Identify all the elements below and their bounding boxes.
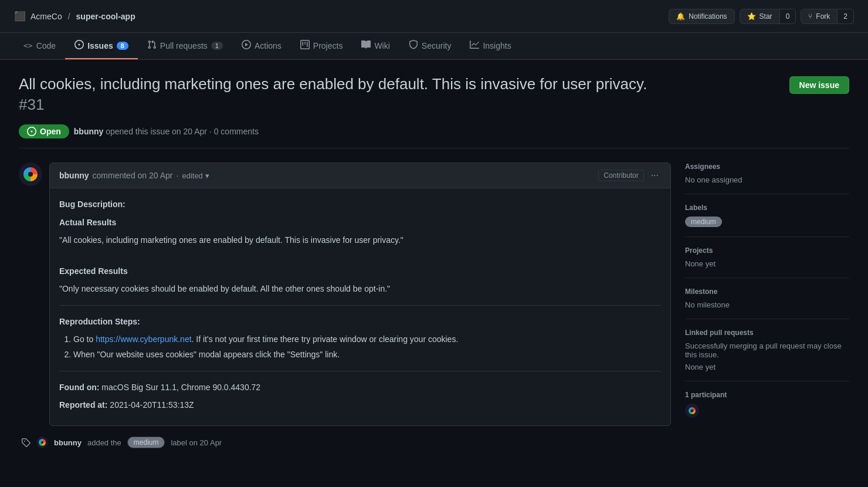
sidebar-linked-prs: Linked pull requests Successfully mergin…	[685, 319, 849, 381]
tab-insights-label: Insights	[483, 41, 511, 50]
header: ⬛ AcmeCo / super-cool-app 🔔 Notification…	[0, 0, 868, 33]
repo-org[interactable]: AcmeCo	[30, 12, 62, 21]
activity-avatar	[36, 437, 48, 448]
tab-projects-label: Projects	[313, 41, 343, 50]
bell-icon: 🔔	[676, 12, 685, 21]
security-icon	[409, 40, 418, 51]
star-group: ⭐ Star 0	[740, 9, 796, 24]
tab-projects[interactable]: Projects	[291, 33, 352, 59]
repo-separator: /	[68, 12, 70, 21]
fork-count[interactable]: 2	[838, 9, 854, 24]
svg-point-4	[41, 441, 43, 444]
sidebar-projects-value: None yet	[685, 259, 849, 268]
sidebar-linked-pr-desc: Successfully merging a pull request may …	[685, 341, 849, 359]
step1-link[interactable]: https://www.cyberpunk.net	[96, 334, 191, 344]
comment-divider-1	[59, 305, 661, 306]
tab-security[interactable]: Security	[399, 33, 461, 59]
comment-divider-2	[59, 371, 661, 371]
sidebar-milestone: Milestone No milestone	[685, 278, 849, 319]
step-2: When "Our website uses cookies" modal ap…	[73, 348, 661, 361]
fork-label: Fork	[816, 12, 830, 21]
chevron-down-icon: ▾	[205, 171, 209, 180]
repo-name[interactable]: super-cool-app	[76, 12, 135, 21]
tab-code-label: Code	[36, 41, 56, 50]
actual-results-text: "All cookies, including marketing ones a…	[59, 234, 661, 246]
found-on: Found on: macOS Big Sur 11.1, Chrome 90.…	[59, 381, 661, 394]
star-icon: ⭐	[747, 12, 756, 21]
sidebar-linked-pr-value: None yet	[685, 363, 849, 371]
sidebar-labels: Labels medium	[685, 194, 849, 237]
header-right: 🔔 Notifications ⭐ Star 0 ⑂ Fork 2	[669, 9, 854, 24]
tab-actions[interactable]: Actions	[232, 33, 291, 59]
tab-wiki[interactable]: Wiki	[352, 33, 399, 59]
issue-author[interactable]: bbunny	[74, 127, 104, 136]
step1-rest: . If it's not your first time there try …	[192, 334, 459, 344]
step-1: Go to https://www.cyberpunk.net. If it's…	[73, 333, 661, 346]
header-left: ⬛ AcmeCo / super-cool-app	[14, 11, 135, 22]
issue-meta-text: bbunny opened this issue on 20 Apr · 0 c…	[74, 127, 259, 136]
avatar	[19, 163, 42, 186]
bug-description-heading: Bug Description:	[59, 198, 661, 211]
issue-title-text: All cookies, including marketing ones ar…	[19, 75, 647, 93]
nav-tabs: <> Code Issues 8 Pull requests 1 Actions	[0, 33, 868, 60]
sidebar-assignees: Assignees No one assigned	[685, 163, 849, 194]
two-col-layout: bbunny commented on 20 Apr · edited ▾ Co…	[19, 163, 849, 454]
activity-label[interactable]: medium	[127, 437, 165, 448]
star-button[interactable]: ⭐ Star	[740, 9, 780, 24]
svg-point-2	[28, 172, 33, 177]
tab-pull-requests[interactable]: Pull requests 1	[138, 33, 232, 59]
issues-icon	[74, 40, 84, 51]
activity-user[interactable]: bbunny	[54, 438, 82, 447]
fork-button[interactable]: ⑂ Fork	[801, 9, 838, 24]
fork-icon: ⑂	[808, 12, 812, 21]
pr-icon	[147, 40, 157, 51]
svg-point-6	[691, 410, 694, 412]
status-badge: Open	[19, 124, 69, 138]
main-content: All cookies, including marketing ones ar…	[0, 60, 868, 468]
sidebar-label-pill[interactable]: medium	[685, 217, 722, 227]
comment-body: Bug Description: Actual Results "All coo…	[50, 188, 670, 425]
tab-code[interactable]: <> Code	[14, 34, 65, 59]
edited-label: edited	[182, 171, 202, 180]
comment-dot: ·	[177, 171, 179, 180]
issue-title: All cookies, including marketing ones ar…	[19, 74, 664, 115]
notifications-button[interactable]: 🔔 Notifications	[669, 9, 734, 24]
found-on-label: Found on:	[59, 383, 99, 392]
sidebar-assignees-value: No one assigned	[685, 175, 849, 184]
issue-number: #31	[19, 96, 44, 113]
sidebar-assignees-label: Assignees	[685, 163, 849, 171]
more-options-button[interactable]: ···	[649, 169, 661, 182]
activity-after: label on 20 Apr	[171, 438, 222, 447]
activity-action: added the	[87, 438, 121, 447]
edited-button[interactable]: edited ▾	[182, 171, 209, 180]
sidebar-column: Assignees No one assigned Labels medium …	[685, 163, 849, 429]
tab-issues[interactable]: Issues 8	[65, 33, 138, 59]
contributor-badge: Contributor	[598, 170, 643, 181]
actions-icon	[242, 40, 251, 51]
tab-wiki-label: Wiki	[374, 41, 389, 50]
sidebar-projects-label: Projects	[685, 246, 849, 255]
notifications-label: Notifications	[689, 12, 727, 21]
star-count[interactable]: 0	[780, 9, 796, 24]
fork-group: ⑂ Fork 2	[801, 9, 854, 24]
comment-header-left: bbunny commented on 20 Apr · edited ▾	[59, 171, 209, 180]
actual-results-heading: Actual Results	[59, 216, 661, 229]
tab-insights[interactable]: Insights	[460, 33, 520, 59]
issue-opened-text: opened this issue on 20 Apr · 0 comments	[106, 127, 259, 136]
new-issue-button[interactable]: New issue	[789, 76, 849, 94]
expected-results-text: "Only necessary cookies should be enable…	[59, 282, 661, 295]
code-icon: <>	[23, 41, 33, 50]
tab-security-label: Security	[422, 41, 452, 50]
sidebar-projects: Projects None yet	[685, 237, 849, 278]
comment-wrapper: bbunny commented on 20 Apr · edited ▾ Co…	[19, 163, 671, 426]
open-issue-icon	[27, 127, 36, 136]
activity-row: bbunny added the medium label on 20 Apr	[19, 431, 671, 454]
reproduction-heading: Reproduction Steps:	[59, 315, 661, 328]
tab-actions-label: Actions	[255, 41, 282, 50]
issues-badge: 8	[117, 42, 128, 50]
sidebar-participants-label: 1 participant	[685, 391, 849, 399]
sidebar-milestone-value: No milestone	[685, 300, 849, 309]
comment-author[interactable]: bbunny	[59, 171, 89, 180]
tag-icon	[21, 438, 30, 447]
status-label: Open	[40, 127, 61, 136]
